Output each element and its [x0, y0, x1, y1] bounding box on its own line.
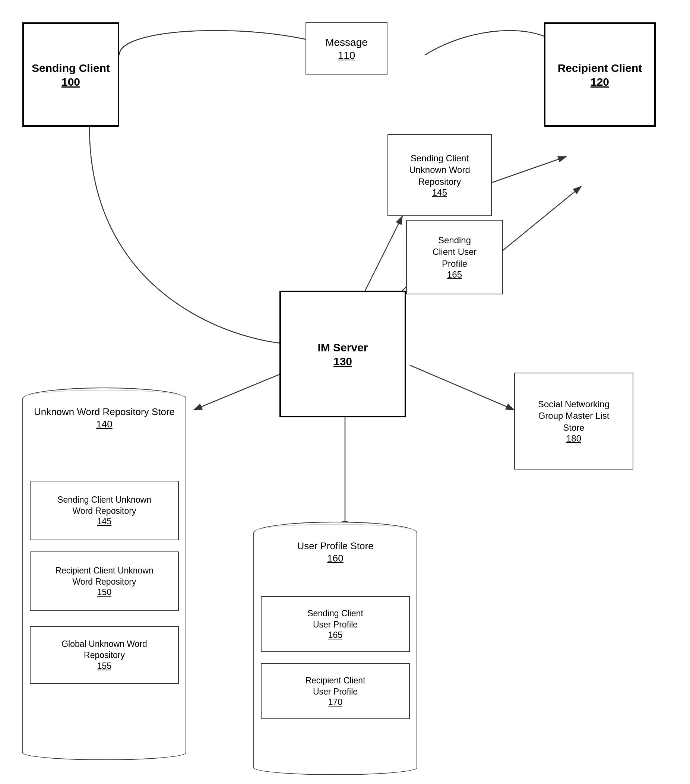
recipient-client-num: 120	[591, 76, 609, 88]
sending-client-label: Sending Client	[32, 61, 110, 76]
uwr-cyl-bottom	[22, 753, 186, 760]
uwr-global-box: Global Unknown WordRepository 155	[30, 626, 179, 684]
uwr-recipient-client-label: Recipient Client UnknownWord Repository	[55, 565, 153, 588]
svg-line-2	[492, 156, 566, 183]
social-networking-box: Social NetworkingGroup Master ListStore …	[514, 372, 633, 469]
uwr-global-label: Global Unknown WordRepository	[61, 639, 147, 661]
up-recipient-client-num: 170	[328, 697, 343, 707]
diagram: Sending Client 100 Message 110 Recipient…	[0, 0, 690, 784]
sending-client-uwr-top-box: Sending ClientUnknown WordRepository 145	[387, 134, 492, 216]
uwr-sending-client-num: 145	[97, 516, 111, 527]
up-store-num: 160	[297, 553, 373, 564]
svg-line-6	[410, 365, 514, 410]
sending-client-num: 100	[61, 76, 80, 88]
up-store-label: User Profile Store	[297, 540, 373, 553]
uwr-store-label: Unknown Word Repository Store	[34, 405, 175, 418]
up-recipient-client-box: Recipient ClientUser Profile 170	[261, 663, 410, 719]
sending-client-uwr-top-label: Sending ClientUnknown WordRepository	[409, 152, 470, 188]
uwr-recipient-client-num: 150	[97, 587, 111, 597]
im-server-box: IM Server 130	[280, 291, 406, 417]
im-server-num: 130	[333, 355, 352, 368]
uwr-sending-client-box: Sending Client UnknownWord Repository 14…	[30, 481, 179, 540]
uwr-cyl-top	[22, 387, 186, 399]
message-label: Message	[325, 35, 368, 49]
up-cyl-top	[254, 522, 417, 533]
uwr-store-num: 140	[34, 418, 175, 430]
svg-line-3	[499, 186, 581, 254]
message-box: Message 110	[306, 22, 387, 74]
sending-client-up-num: 165	[447, 269, 462, 280]
message-num: 110	[338, 49, 356, 61]
sending-client-uwr-top-num: 145	[432, 188, 447, 198]
uwr-recipient-client-box: Recipient Client UnknownWord Repository …	[30, 552, 179, 611]
im-server-label: IM Server	[318, 340, 368, 356]
up-sending-client-num: 165	[328, 630, 343, 640]
sending-client-up-label: SendingClient UserProfile	[433, 234, 477, 269]
uwr-global-num: 155	[97, 661, 111, 671]
up-recipient-client-label: Recipient ClientUser Profile	[305, 675, 365, 698]
recipient-client-label: Recipient Client	[558, 61, 642, 76]
up-sending-client-label: Sending ClientUser Profile	[307, 608, 363, 631]
up-cyl-bottom	[254, 768, 417, 775]
up-sending-client-box: Sending ClientUser Profile 165	[261, 596, 410, 652]
social-networking-num: 180	[566, 433, 581, 444]
sending-client-up-box: SendingClient UserProfile 165	[406, 220, 503, 294]
social-networking-label: Social NetworkingGroup Master ListStore	[538, 399, 609, 433]
recipient-client-box: Recipient Client 120	[544, 22, 656, 127]
uwr-sending-client-label: Sending Client UnknownWord Repository	[58, 494, 151, 517]
sending-client-box: Sending Client 100	[22, 22, 119, 127]
